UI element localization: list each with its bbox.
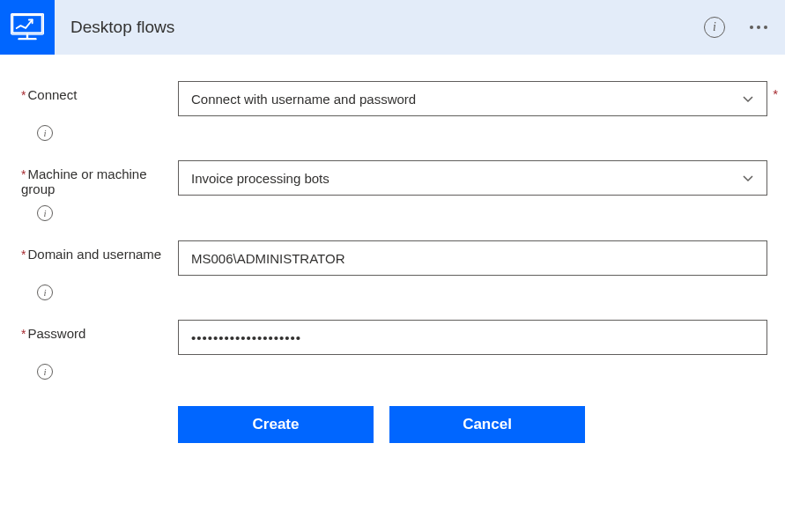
- connect-select[interactable]: Connect with username and password: [178, 81, 767, 116]
- required-mark: *: [21, 327, 26, 341]
- password-label: *Password: [18, 320, 178, 341]
- connect-row: *Connect Connect with username and passw…: [18, 81, 767, 116]
- required-mark-outer: *: [773, 86, 778, 101]
- create-button[interactable]: Create: [178, 406, 374, 443]
- machine-select[interactable]: Invoice processing bots: [178, 160, 767, 196]
- connect-value: Connect with username and password: [191, 92, 416, 107]
- header-actions: i: [704, 17, 771, 38]
- password-row: *Password: [18, 320, 767, 355]
- more-menu-icon[interactable]: [746, 22, 771, 33]
- info-icon[interactable]: i: [704, 17, 725, 38]
- required-mark: *: [21, 88, 26, 102]
- domain-row: *Domain and username: [18, 240, 767, 276]
- button-row: Create Cancel: [18, 406, 767, 443]
- dialog-title: Desktop flows: [55, 18, 704, 37]
- desktop-flows-icon: [11, 13, 44, 41]
- required-mark: *: [21, 248, 26, 262]
- info-icon[interactable]: i: [37, 205, 53, 221]
- domain-username-input[interactable]: [178, 240, 767, 276]
- connect-label: *Connect: [18, 81, 178, 102]
- chevron-down-icon: [742, 172, 754, 184]
- chevron-down-icon: [742, 92, 754, 105]
- cancel-button[interactable]: Cancel: [389, 406, 585, 443]
- svg-rect-1: [11, 14, 43, 34]
- machine-label: *Machine or machine group: [18, 160, 178, 196]
- machine-value: Invoice processing bots: [191, 171, 330, 186]
- info-icon[interactable]: i: [37, 125, 53, 141]
- info-icon[interactable]: i: [37, 284, 53, 300]
- dialog-header: Desktop flows i: [0, 0, 785, 55]
- connector-icon-box: [0, 0, 55, 55]
- password-input[interactable]: [178, 320, 767, 355]
- required-mark: *: [21, 167, 26, 181]
- form-container: *Connect Connect with username and passw…: [0, 55, 785, 461]
- info-icon[interactable]: i: [37, 364, 53, 380]
- machine-row: *Machine or machine group Invoice proces…: [18, 160, 767, 196]
- domain-label: *Domain and username: [18, 240, 178, 262]
